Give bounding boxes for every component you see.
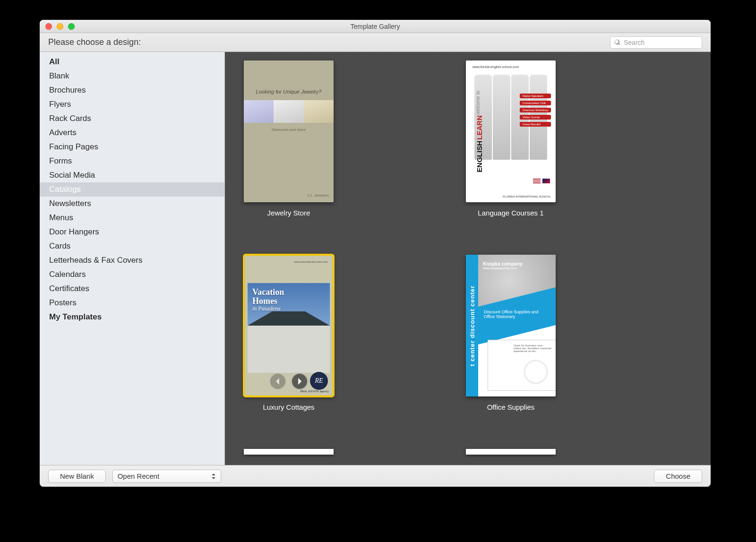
gallery: Looking for Unique Jewelry?Diamonds and … [225, 52, 711, 465]
titlebar: Template Gallery [40, 20, 711, 33]
template-thumbnail[interactable] [244, 449, 334, 455]
sidebar-item-door-hangers[interactable]: Door Hangers [40, 225, 224, 239]
sidebar-item-letterheads-fax-covers[interactable]: Letterheads & Fax Covers [40, 253, 224, 267]
sidebar-item-my-templates[interactable]: My Templates [40, 310, 224, 324]
sidebar-item-forms[interactable]: Forms [40, 154, 224, 168]
next-page-button[interactable] [291, 373, 308, 390]
sidebar-item-menus[interactable]: Menus [40, 211, 224, 225]
search-placeholder: Search [624, 39, 644, 46]
template-thumbnail[interactable]: www.pasadenahomes.comVacationHomesin Pas… [244, 255, 334, 396]
search-input[interactable]: Search [610, 36, 702, 49]
template-caption: Luxury Cottages [263, 403, 314, 411]
sidebar-item-blank[interactable]: Blank [40, 69, 224, 83]
body: AllBlankBrochuresFlyersRack CardsAdverts… [40, 52, 711, 465]
template-caption: Jewelry Store [267, 209, 310, 217]
minimize-icon[interactable] [57, 23, 63, 30]
header: Please choose a design: Search [40, 33, 711, 52]
template-card[interactable]: Looking for Unique Jewelry?Diamonds and … [244, 60, 334, 217]
sidebar-item-calendars[interactable]: Calendars [40, 267, 224, 282]
sidebar-item-facing-pages[interactable]: Facing Pages [40, 140, 224, 154]
traffic-lights [45, 23, 75, 30]
new-blank-button[interactable]: New Blank [48, 470, 106, 483]
template-thumbnail[interactable]: www.florida-english-school.comwelcome to… [466, 60, 556, 202]
sidebar-item-adverts[interactable]: Adverts [40, 126, 224, 140]
page-navigator [269, 373, 308, 390]
window-title: Template Gallery [350, 23, 400, 30]
chevron-updown-icon [211, 473, 216, 479]
sidebar-item-certificates[interactable]: Certificates [40, 282, 224, 296]
header-prompt: Please choose a design: [48, 37, 141, 47]
sidebar-item-posters[interactable]: Posters [40, 296, 224, 310]
template-card[interactable]: www.pasadenahomes.comVacationHomesin Pas… [244, 255, 334, 411]
prev-page-button[interactable] [269, 373, 286, 390]
open-recent-select[interactable]: Open Recent [112, 470, 221, 483]
sidebar-item-rack-cards[interactable]: Rack Cards [40, 112, 224, 126]
choose-button[interactable]: Choose [654, 470, 702, 483]
sidebar: AllBlankBrochuresFlyersRack CardsAdverts… [40, 52, 225, 465]
search-icon [614, 39, 621, 46]
footer: New Blank Open Recent Choose [40, 465, 711, 487]
template-card[interactable]: www.florida-english-school.comwelcome to… [466, 60, 556, 217]
sidebar-item-all[interactable]: All [40, 55, 224, 69]
close-icon[interactable] [45, 23, 52, 30]
template-thumbnail[interactable]: Looking for Unique Jewelry?Diamonds and … [244, 60, 334, 202]
template-thumbnail[interactable]: t center discount centerKnopka companyww… [466, 255, 556, 396]
sidebar-item-flyers[interactable]: Flyers [40, 97, 224, 112]
sidebar-item-brochures[interactable]: Brochures [40, 83, 224, 97]
zoom-icon[interactable] [68, 23, 75, 30]
template-caption: Language Courses 1 [478, 209, 543, 217]
open-recent-label: Open Recent [118, 472, 159, 480]
template-grid: Looking for Unique Jewelry?Diamonds and … [244, 60, 692, 455]
template-thumbnail[interactable] [466, 449, 556, 455]
sidebar-item-catalogs[interactable]: Catalogs [40, 182, 224, 197]
template-card[interactable]: t center discount centerKnopka companyww… [466, 255, 556, 411]
sidebar-item-cards[interactable]: Cards [40, 239, 224, 253]
sidebar-item-newsletters[interactable]: Newsletters [40, 197, 224, 211]
window: Template Gallery Please choose a design:… [40, 20, 711, 487]
template-caption: Office Supplies [487, 403, 535, 411]
sidebar-item-social-media[interactable]: Social Media [40, 168, 224, 182]
